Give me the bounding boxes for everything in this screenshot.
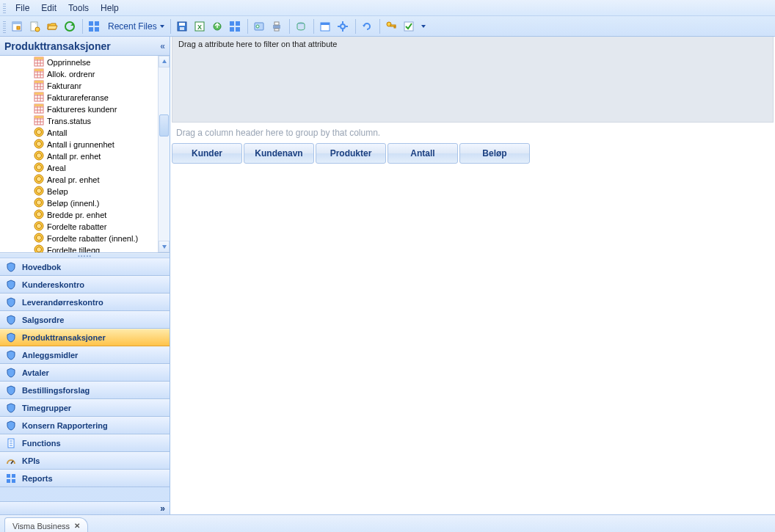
nav-item-functions[interactable]: Functions bbox=[0, 434, 170, 452]
tree-item[interactable]: Antall bbox=[0, 127, 158, 139]
table-field-icon bbox=[34, 115, 44, 128]
tree-item[interactable]: Beløp (innenl.) bbox=[0, 197, 158, 209]
nav-item-produkttransaksjoner[interactable]: Produkttransaksjoner bbox=[0, 329, 170, 346]
tool-gear-icon[interactable] bbox=[335, 18, 351, 34]
nav-item-anleggsmidler[interactable]: Anleggsmidler bbox=[0, 346, 170, 364]
tool-designer-icon[interactable] bbox=[9, 18, 25, 34]
menu-bar: File Edit Tools Help bbox=[0, 0, 775, 16]
column-header-label: Produkter bbox=[330, 148, 372, 158]
tool-export-icon[interactable] bbox=[209, 18, 225, 34]
nav-item-reports[interactable]: Reports bbox=[0, 470, 170, 487]
tree-item[interactable]: Fakturareferanse bbox=[0, 92, 158, 103]
tab-visma-business[interactable]: Visma Business ✕ bbox=[4, 517, 88, 532]
tool-key-icon[interactable] bbox=[383, 18, 399, 34]
svg-rect-7 bbox=[95, 21, 99, 26]
chevron-down-icon: » bbox=[160, 503, 165, 514]
menubar-grip[interactable] bbox=[3, 3, 6, 13]
menu-edit[interactable]: Edit bbox=[36, 1, 62, 15]
toolbar-separator bbox=[355, 19, 356, 34]
scroll-up-icon[interactable] bbox=[159, 56, 170, 68]
tree-item[interactable]: Areal pr. enhet bbox=[0, 174, 158, 186]
column-header-beløp[interactable]: Beløp bbox=[459, 143, 530, 164]
svg-rect-72 bbox=[34, 116, 43, 118]
tree-item[interactable]: Allok. ordrenr bbox=[0, 68, 158, 80]
tree-item[interactable]: Opprinnelse bbox=[0, 57, 158, 68]
svg-rect-54 bbox=[34, 81, 43, 83]
recent-files-dropdown[interactable]: Recent Files bbox=[103, 18, 167, 34]
nav-item-avtaler[interactable]: Avtaler bbox=[0, 364, 170, 382]
tree-item[interactable]: Fakturanr bbox=[0, 80, 158, 92]
tool-new-icon[interactable] bbox=[26, 18, 43, 34]
scrollbar[interactable] bbox=[158, 56, 170, 252]
field-tree-list[interactable]: OpprinnelseAllok. ordrenrFakturanrFaktur… bbox=[0, 56, 158, 252]
collapse-icon[interactable]: « bbox=[160, 41, 165, 51]
main-area: Drag a attribute here to filter on that … bbox=[170, 37, 775, 514]
toolbar-separator bbox=[289, 19, 290, 34]
numeric-field-icon bbox=[34, 174, 44, 186]
nav-item-bestillingsforslag[interactable]: Bestillingsforslag bbox=[0, 382, 170, 399]
tool-print-icon[interactable] bbox=[269, 18, 285, 34]
table-field-icon bbox=[34, 57, 44, 69]
numeric-field-icon bbox=[34, 197, 44, 210]
workspace: Produkttransaksjoner « OpprinnelseAllok.… bbox=[0, 37, 775, 514]
side-panel-header[interactable]: Produkttransaksjoner « bbox=[0, 37, 170, 56]
nav-item-salgsordre[interactable]: Salgsordre bbox=[0, 311, 170, 329]
tool-excel-icon[interactable]: X bbox=[192, 18, 208, 34]
filter-drop-zone[interactable]: Drag a attribute here to filter on that … bbox=[172, 37, 774, 123]
tree-item[interactable]: Antall pr. enhet bbox=[0, 150, 158, 162]
nav-item-kpis[interactable]: KPIs bbox=[0, 452, 170, 470]
scroll-thumb[interactable] bbox=[159, 114, 169, 136]
svg-point-92 bbox=[37, 235, 42, 240]
column-header-kundenavn[interactable]: Kundenavn bbox=[244, 143, 314, 164]
tool-tiles-icon[interactable] bbox=[227, 18, 243, 34]
tool-rotate-icon[interactable] bbox=[359, 18, 375, 34]
svg-point-4 bbox=[35, 27, 40, 32]
tree-item[interactable]: Faktureres kundenr bbox=[0, 103, 158, 115]
tree-item-label: Faktureres kundenr bbox=[47, 105, 117, 114]
tool-windows-icon[interactable] bbox=[86, 18, 102, 34]
nav-item-timegrupper[interactable]: Timegrupper bbox=[0, 399, 170, 417]
toolbar-overflow-icon[interactable] bbox=[421, 25, 426, 28]
column-headers: KunderKundenavnProdukterAntallBeløp bbox=[172, 143, 775, 164]
tree-item[interactable]: Areal bbox=[0, 162, 158, 174]
svg-point-84 bbox=[37, 188, 42, 193]
column-header-kunder[interactable]: Kunder bbox=[172, 143, 242, 164]
svg-point-78 bbox=[37, 153, 42, 158]
side-panel: Produkttransaksjoner « OpprinnelseAllok.… bbox=[0, 37, 170, 514]
close-icon[interactable]: ✕ bbox=[74, 522, 80, 530]
shield-icon bbox=[6, 332, 16, 343]
column-header-antall[interactable]: Antall bbox=[388, 143, 458, 164]
column-header-produkter[interactable]: Produkter bbox=[316, 143, 386, 164]
scroll-down-icon[interactable] bbox=[159, 241, 170, 252]
tool-preview-icon[interactable] bbox=[251, 18, 267, 34]
svg-rect-16 bbox=[230, 21, 234, 26]
group-drop-zone[interactable]: Drag a column header here to group by th… bbox=[170, 124, 775, 143]
tree-item[interactable]: Antall i grunnenhet bbox=[0, 139, 158, 150]
tool-sql-icon[interactable] bbox=[293, 18, 309, 34]
nav-item-hovedbok[interactable]: Hovedbok bbox=[0, 258, 170, 276]
tree-item[interactable]: Bredde pr. enhet bbox=[0, 209, 158, 221]
shield-icon bbox=[6, 315, 16, 325]
toolbar: Recent Files X bbox=[0, 16, 775, 37]
menu-help[interactable]: Help bbox=[95, 1, 124, 15]
tool-check-icon[interactable] bbox=[401, 18, 417, 34]
tool-refresh-icon[interactable] bbox=[62, 18, 78, 34]
menu-tools[interactable]: Tools bbox=[63, 1, 94, 15]
tree-item[interactable]: Beløp bbox=[0, 186, 158, 197]
nav-item-konsern-rapportering[interactable]: Konsern Rapportering bbox=[0, 417, 170, 434]
tool-save-icon[interactable] bbox=[174, 18, 190, 34]
toolbar-grip[interactable] bbox=[3, 20, 6, 33]
tool-open-icon[interactable] bbox=[44, 18, 60, 34]
nav-item-leverand-rreskontro[interactable]: Leverandørreskontro bbox=[0, 294, 170, 311]
tree-item[interactable]: Fordelte tillegg bbox=[0, 244, 158, 252]
numeric-field-icon bbox=[34, 150, 44, 163]
tool-calendar-icon[interactable] bbox=[317, 18, 333, 34]
menu-file[interactable]: File bbox=[10, 1, 34, 15]
nav-item-label: Kundereskontro bbox=[22, 280, 84, 289]
nav-overflow[interactable]: » bbox=[0, 501, 170, 514]
nav-item-kundereskontro[interactable]: Kundereskontro bbox=[0, 276, 170, 294]
caret-down-icon bbox=[160, 25, 164, 28]
tree-item[interactable]: Fordelte rabatter (innenl.) bbox=[0, 233, 158, 244]
tree-item[interactable]: Fordelte rabatter bbox=[0, 221, 158, 233]
tree-item[interactable]: Trans.status bbox=[0, 115, 158, 127]
